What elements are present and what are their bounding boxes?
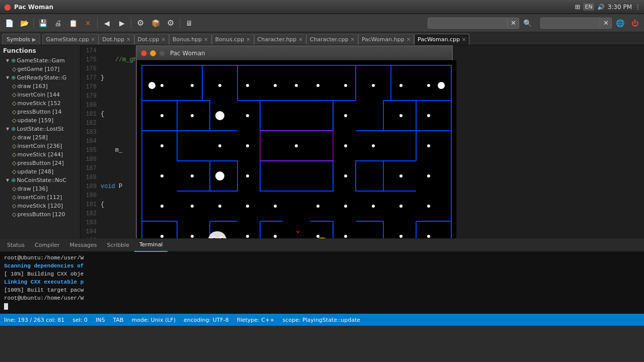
svg-point-54 bbox=[316, 84, 319, 87]
sidebar-item-nocoinstate[interactable]: ▼ ⊕ NoCoinState::NoC bbox=[0, 176, 80, 185]
settings1-button[interactable]: ⚙ bbox=[133, 16, 147, 30]
svg-point-84 bbox=[218, 205, 221, 208]
tree-item-label: draw [136] bbox=[17, 186, 47, 192]
tab-scribble[interactable]: Scribble bbox=[102, 239, 134, 252]
sidebar-item-pressbutton120[interactable]: ◇ pressButton [120 bbox=[0, 210, 80, 219]
open-button[interactable]: 📂 bbox=[17, 16, 31, 30]
package-button[interactable]: 📦 bbox=[148, 16, 163, 30]
bottom-tabs: Status Compiler Messages Scribble Termin… bbox=[0, 239, 644, 252]
tab-dot-hpp[interactable]: Dot.hpp ✕ bbox=[99, 34, 134, 45]
print-button[interactable]: 🖨 bbox=[51, 16, 65, 30]
navigate-button[interactable]: 🌐 bbox=[613, 16, 627, 30]
close-file-button[interactable]: ✕ bbox=[81, 16, 95, 30]
svg-point-98 bbox=[399, 235, 403, 238]
tree-item-label: moveStick [244] bbox=[17, 151, 63, 158]
terminal-content[interactable]: root@Ubuntu:/home/user/W Scanning depend… bbox=[0, 252, 644, 314]
tab-compiler[interactable]: Compiler bbox=[30, 239, 65, 252]
sidebar-item-getgame[interactable]: ◇ getGame [107] bbox=[0, 65, 80, 73]
sidebar-item-draw258[interactable]: ◇ draw [258] bbox=[0, 133, 80, 142]
tab-close-icon[interactable]: ✕ bbox=[298, 37, 302, 42]
tab-dot-cpp[interactable]: Dot.cpp ✕ bbox=[134, 34, 169, 45]
sidebar-item-pressbutton24[interactable]: ◇ pressButton [24] bbox=[0, 159, 80, 167]
svg-point-49 bbox=[191, 84, 194, 87]
tab-close-icon[interactable]: ✕ bbox=[126, 37, 130, 42]
menu-icon[interactable]: ⋮ bbox=[635, 4, 641, 11]
close-icon[interactable]: ● bbox=[3, 3, 12, 12]
svg-point-74 bbox=[372, 144, 375, 147]
sidebar-item-movestick120[interactable]: ◇ moveStick [120] bbox=[0, 202, 80, 210]
tree-item-label: update [248] bbox=[17, 168, 53, 175]
tree-arrow-icon: ▼ bbox=[6, 58, 9, 63]
tab-close-icon[interactable]: ✕ bbox=[407, 37, 411, 42]
sidebar-item-pressbutton14[interactable]: ◇ pressButton [14 bbox=[0, 108, 80, 116]
search-input-2[interactable] bbox=[540, 18, 601, 29]
svg-point-92 bbox=[160, 235, 164, 238]
game-window[interactable]: Pac Woman bbox=[136, 45, 453, 238]
sidebar-item-draw136[interactable]: ◇ draw [136] bbox=[0, 185, 80, 193]
settings2-button[interactable]: ⚙ bbox=[164, 16, 178, 30]
tab-close-icon[interactable]: ✕ bbox=[246, 37, 250, 42]
sidebar-item-insertcoin144[interactable]: ◇ insertCoin [144 bbox=[0, 90, 80, 99]
tab-close-icon[interactable]: ✕ bbox=[351, 37, 355, 42]
sidebar-item-insertcoin236[interactable]: ◇ insertCoin [236] bbox=[0, 142, 80, 150]
svg-point-53 bbox=[295, 84, 298, 87]
tab-status[interactable]: Status bbox=[2, 239, 30, 252]
sidebar-item-getreadystate[interactable]: ▼ ⊕ GetReadyState::G bbox=[0, 73, 80, 82]
game-minimize-button[interactable] bbox=[150, 50, 156, 56]
game-close-button[interactable] bbox=[141, 50, 147, 56]
sidebar-item-insertcoin112[interactable]: ◇ insertCoin [112] bbox=[0, 193, 80, 202]
sidebar-item-movestick152[interactable]: ◇ moveStick [152 bbox=[0, 99, 80, 108]
tab-character-hpp[interactable]: Character.hpp ✕ bbox=[254, 34, 306, 45]
forward-button[interactable]: ▶ bbox=[115, 16, 129, 30]
copy-button[interactable]: 📋 bbox=[66, 16, 80, 30]
tab-close-icon[interactable]: ✕ bbox=[204, 37, 208, 42]
tab-messages[interactable]: Messages bbox=[65, 239, 102, 252]
tabs-row: Symbols ▶ GameState.cpp ✕ Dot.hpp ✕ Dot.… bbox=[0, 32, 644, 45]
class-icon: ⊕ bbox=[11, 177, 16, 184]
svg-point-99 bbox=[427, 235, 430, 238]
monitor-button[interactable]: 🖥 bbox=[182, 16, 196, 30]
tab-pacwoman-hpp[interactable]: PacWoman.hpp ✕ bbox=[358, 34, 414, 45]
tree-arrow-icon: ▼ bbox=[6, 75, 9, 80]
tab-close-icon[interactable]: ✕ bbox=[462, 37, 466, 42]
clock: 3:30 PM bbox=[608, 4, 632, 11]
func-icon: ◇ bbox=[12, 211, 16, 218]
tab-label: Bonus.cpp bbox=[215, 36, 244, 43]
ins-mode: INS bbox=[96, 317, 105, 323]
sidebar-item-update248[interactable]: ◇ update [248] bbox=[0, 167, 80, 176]
sidebar-item-movestick244[interactable]: ◇ moveStick [244] bbox=[0, 150, 80, 159]
game-canvas[interactable]: PACKT ▶ VIDEO bbox=[137, 60, 456, 238]
search-input[interactable] bbox=[428, 18, 508, 29]
game-maximize-button[interactable] bbox=[159, 50, 165, 56]
scope-status: scope: PlayingState::update bbox=[282, 317, 360, 323]
svg-point-76 bbox=[160, 174, 164, 177]
tab-gamestate-cpp[interactable]: GameState.cpp ✕ bbox=[42, 34, 99, 45]
tab-close-icon[interactable]: ✕ bbox=[162, 37, 166, 42]
symbols-tab[interactable]: Symbols ▶ bbox=[2, 34, 40, 45]
new-button[interactable]: 📄 bbox=[2, 16, 16, 30]
svg-point-63 bbox=[160, 114, 164, 117]
search-button[interactable]: 🔍 bbox=[520, 16, 534, 30]
power-button[interactable]: ⏻ bbox=[628, 16, 642, 30]
tab-bonus-hpp[interactable]: Bonus.hpp ✕ bbox=[169, 34, 212, 45]
svg-point-95 bbox=[274, 235, 277, 238]
svg-point-69 bbox=[160, 144, 164, 147]
tab-terminal[interactable]: Terminal bbox=[134, 239, 168, 252]
editor[interactable]: 174 175 176 177 178 179 180 181 182 183 … bbox=[80, 45, 644, 238]
tab-pacwoman-cpp[interactable]: PacWoman.cpp ✕ bbox=[414, 34, 469, 45]
sidebar-item-loststate[interactable]: ▼ ⊕ LostState::LostSt bbox=[0, 125, 80, 133]
back-button[interactable]: ◀ bbox=[100, 16, 114, 30]
save-button[interactable]: 💾 bbox=[36, 16, 50, 30]
window-icon[interactable]: ⊞ bbox=[575, 3, 581, 11]
svg-point-55 bbox=[344, 84, 347, 87]
tab-close-icon[interactable]: ✕ bbox=[91, 37, 95, 42]
tab-bonus-cpp[interactable]: Bonus.cpp ✕ bbox=[212, 34, 254, 45]
tab-character-cpp[interactable]: Character.cpp ✕ bbox=[306, 34, 358, 45]
svg-point-96 bbox=[316, 235, 319, 238]
search-clear-button-2[interactable]: ✕ bbox=[600, 18, 612, 29]
sidebar-item-update159[interactable]: ◇ update [159] bbox=[0, 116, 80, 125]
sidebar-item-gamestate[interactable]: ▼ ⊕ GameState::Gam bbox=[0, 56, 80, 65]
search-clear-button[interactable]: ✕ bbox=[507, 18, 519, 29]
func-icon: ◇ bbox=[12, 168, 16, 175]
sidebar-item-draw163[interactable]: ◇ draw [163] bbox=[0, 82, 80, 90]
